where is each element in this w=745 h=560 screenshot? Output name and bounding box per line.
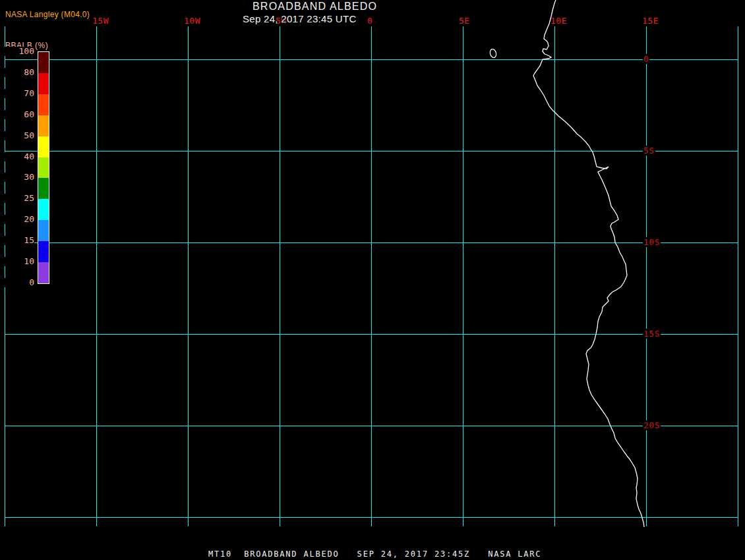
colorbar-segment: [38, 199, 49, 220]
colorbar-segment: [38, 157, 49, 179]
timestamp: Sep 24, 2017 23:45 UTC: [243, 13, 357, 24]
colorbar-tick-label: 15: [0, 236, 34, 245]
colorbar-tick-label: 100: [0, 47, 34, 56]
colorbar-tick-label: 50: [0, 131, 34, 140]
colorbar-segment: [38, 220, 49, 241]
colorbar: [38, 51, 49, 284]
colorbar-tick-label: 60: [0, 110, 34, 119]
colorbar-tick-label: 0: [0, 278, 34, 287]
island-outline: [489, 49, 497, 59]
colorbar-tick-label: 10: [0, 257, 34, 266]
colorbar-segment: [38, 136, 49, 157]
colorbar-tick-label: 20: [0, 215, 34, 224]
colorbar-segment: [38, 262, 49, 283]
colorbar-tick-label: 70: [0, 89, 34, 98]
colorbar-tick-label: 40: [0, 152, 34, 161]
colorbar-segment: [38, 52, 49, 73]
africa-west-coastline: [533, 0, 644, 527]
colorbar-tick-label: 80: [0, 68, 34, 77]
colorbar-segment: [38, 73, 49, 94]
colorbar-tick-label: 30: [0, 173, 34, 182]
colorbar-tick-label: 25: [0, 194, 34, 203]
colorbar-segment: [38, 178, 49, 199]
coastline-layer: [0, 0, 745, 560]
colorbar-segment: [38, 94, 49, 115]
colorbar-segment: [38, 241, 49, 262]
map-screenshot: { "header": { "credit": "NASA Langley (M…: [0, 0, 745, 560]
colorbar-segment: [38, 115, 49, 136]
